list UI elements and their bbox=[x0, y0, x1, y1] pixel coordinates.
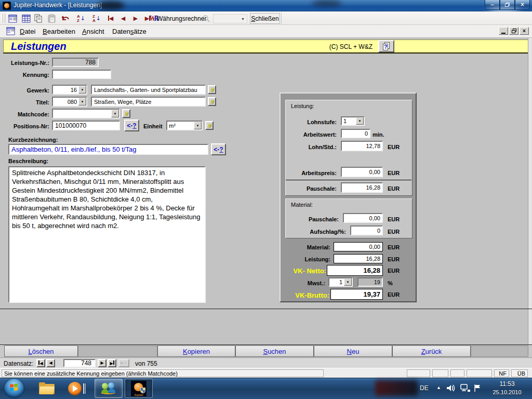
lohnstufe-combobox[interactable]: 1 ▼ bbox=[341, 116, 365, 126]
mwst-code: 1 bbox=[329, 278, 344, 286]
datasheet-view-button[interactable] bbox=[20, 13, 32, 24]
menu-ansicht[interactable]: Ansicht bbox=[79, 27, 108, 36]
tray-time: 11:53 bbox=[485, 380, 529, 388]
toolbar-combobox[interactable]: ▼ bbox=[213, 14, 247, 23]
material-pauschale-field[interactable]: 0,00 bbox=[343, 213, 383, 223]
mwst-combobox[interactable]: 1 ▼ bbox=[328, 277, 353, 287]
sort-ascending-button[interactable]: AZ ↓ bbox=[75, 13, 87, 24]
smudge-artifact bbox=[312, 0, 342, 7]
einheit-combobox[interactable]: m² ▼ bbox=[166, 121, 203, 130]
sort-descending-button[interactable]: ZA ↓ bbox=[90, 13, 103, 24]
close-form-button[interactable]: Schließen bbox=[250, 13, 280, 24]
next-record-nav-button[interactable]: ▶ bbox=[98, 359, 107, 367]
taskbar-messenger-button[interactable] bbox=[95, 379, 123, 398]
first-record-nav-button[interactable]: ◀ bbox=[36, 359, 45, 367]
titel-combobox[interactable]: 080 ▼ bbox=[52, 97, 87, 107]
close-form-label: Schließen bbox=[251, 15, 278, 22]
previous-record-button[interactable]: ◀ bbox=[118, 13, 128, 24]
taskbar-explorer-button[interactable] bbox=[33, 379, 60, 398]
action-button-row: Löschen Kopieren Suchen Neu Zurück bbox=[0, 344, 532, 357]
kurzbezeichnung-label: Kurzbezeichnung: bbox=[8, 137, 112, 143]
chevron-down-icon[interactable]: ▼ bbox=[111, 110, 119, 117]
undo-button[interactable] bbox=[60, 13, 71, 24]
mdi-minimize-button[interactable] bbox=[499, 27, 508, 35]
total-leistung-field[interactable]: 16,28 bbox=[334, 254, 383, 263]
jupiter-planet-icon bbox=[4, 3, 9, 8]
vk-brutto-field[interactable]: 19,37 bbox=[330, 289, 383, 300]
hash-icon: ♯ bbox=[210, 87, 214, 93]
mdi-restore-button[interactable] bbox=[509, 27, 518, 35]
toolbar-grip[interactable] bbox=[2, 14, 3, 23]
pauschale-field[interactable]: 16,28 bbox=[341, 182, 383, 193]
zurueck-button[interactable]: Zurück bbox=[392, 345, 471, 357]
language-indicator[interactable]: DE bbox=[420, 384, 429, 392]
titel-lookup-button[interactable]: ♯ bbox=[208, 97, 216, 106]
gewerk-combobox[interactable]: 16 ▼ bbox=[52, 85, 87, 95]
minimize-icon: – bbox=[490, 1, 494, 8]
kopieren-button[interactable]: Kopieren bbox=[157, 345, 235, 357]
mdi-child-icon[interactable] bbox=[6, 27, 15, 37]
einheit-label: Einheit bbox=[143, 123, 165, 129]
kurzbezeichnung-help-button[interactable]: <-? bbox=[211, 143, 226, 155]
matchcode-combobox[interactable]: ▼ bbox=[52, 109, 120, 118]
copy-icon bbox=[34, 14, 43, 23]
vk-netto-field[interactable]: 16,28 bbox=[327, 265, 383, 276]
volume-icon[interactable] bbox=[446, 383, 456, 393]
app-icon[interactable] bbox=[3, 2, 11, 10]
suchen-button[interactable]: Suchen bbox=[235, 345, 314, 357]
mdi-close-button[interactable]: × bbox=[520, 27, 529, 35]
currency-calculator-label[interactable]: Währungsrechner bbox=[157, 15, 206, 22]
record-number-input[interactable] bbox=[63, 359, 96, 367]
neu-button[interactable]: Neu bbox=[314, 345, 392, 357]
record-nav-label: Datensatz: bbox=[4, 360, 33, 367]
paste-button bbox=[46, 13, 57, 24]
first-record-button[interactable]: ◀ bbox=[105, 13, 116, 24]
menu-bearbeiten[interactable]: Bearbeiten bbox=[39, 27, 78, 36]
positions-nr-input[interactable] bbox=[52, 121, 120, 130]
tray-clock[interactable]: 11:53 25.10.2010 bbox=[485, 380, 529, 396]
taskbar-jupiter-button[interactable]: Jupiter bbox=[125, 379, 153, 398]
chevron-down-icon[interactable]: ▼ bbox=[356, 117, 364, 125]
arbeitswert-field[interactable]: 0 bbox=[341, 129, 370, 138]
arbeitspreis-field[interactable]: 0,00 bbox=[341, 167, 383, 177]
aufschlag-label: Aufschlag/%: bbox=[285, 229, 346, 235]
chevron-down-icon[interactable]: ▼ bbox=[194, 122, 202, 129]
start-button[interactable] bbox=[4, 379, 24, 398]
beschreibung-textarea[interactable]: Splittreiche Asphaltbetondeckschicht DIN… bbox=[8, 166, 206, 303]
tray-expand-icon[interactable]: ▲ bbox=[436, 385, 441, 390]
window-minimize-button[interactable]: – bbox=[485, 0, 500, 10]
material-pauschale-unit: EUR bbox=[388, 216, 400, 222]
chevron-down-icon[interactable]: ▼ bbox=[344, 278, 352, 286]
kurzbezeichnung-field[interactable]: Asphaltbeton, 0/11, einb./lief., bis 50 … bbox=[8, 144, 208, 155]
status-panel-empty bbox=[407, 369, 430, 377]
copy-button[interactable] bbox=[33, 13, 44, 24]
loeschen-button[interactable]: Löschen bbox=[4, 345, 78, 357]
folder-icon bbox=[39, 383, 55, 394]
menu-datensaetze[interactable]: Datensätze bbox=[109, 27, 150, 36]
previous-record-nav-button[interactable]: ◀ bbox=[46, 359, 55, 367]
window-close-button[interactable]: × bbox=[515, 0, 530, 10]
taskbar-mediaplayer-button[interactable] bbox=[63, 379, 90, 398]
total-material-field[interactable]: 0,00 bbox=[334, 242, 383, 251]
network-icon[interactable] bbox=[459, 383, 471, 393]
gewerk-lookup-button[interactable]: ♯ bbox=[208, 85, 216, 94]
chevron-down-icon[interactable]: ▼ bbox=[78, 86, 86, 94]
form-view-button[interactable] bbox=[7, 13, 18, 24]
positions-nr-help-button[interactable]: <-? bbox=[124, 119, 139, 131]
chevron-down-icon[interactable]: ▼ bbox=[78, 98, 86, 105]
lohn-std-field[interactable]: 12,78 bbox=[341, 141, 383, 151]
action-center-flag-icon[interactable] bbox=[473, 383, 482, 393]
menu-datei[interactable]: Datei bbox=[17, 27, 38, 36]
help-icon: ? bbox=[383, 42, 390, 50]
kopieren-label: Kopieren bbox=[183, 348, 210, 355]
help-button[interactable]: ? bbox=[378, 40, 394, 52]
aufschlag-field[interactable]: 0 bbox=[350, 225, 383, 235]
last-record-nav-button[interactable]: ▶ bbox=[108, 359, 116, 367]
einheit-lookup-button[interactable]: ♯ bbox=[205, 121, 214, 130]
kennung-input[interactable] bbox=[52, 70, 111, 79]
record-count-label: von 755 bbox=[135, 360, 157, 367]
window-restore-button[interactable] bbox=[500, 0, 515, 10]
matchcode-lookup-button[interactable]: ♯ bbox=[122, 109, 130, 118]
next-record-button[interactable]: ▶ bbox=[131, 13, 140, 24]
search-button bbox=[201, 13, 212, 24]
